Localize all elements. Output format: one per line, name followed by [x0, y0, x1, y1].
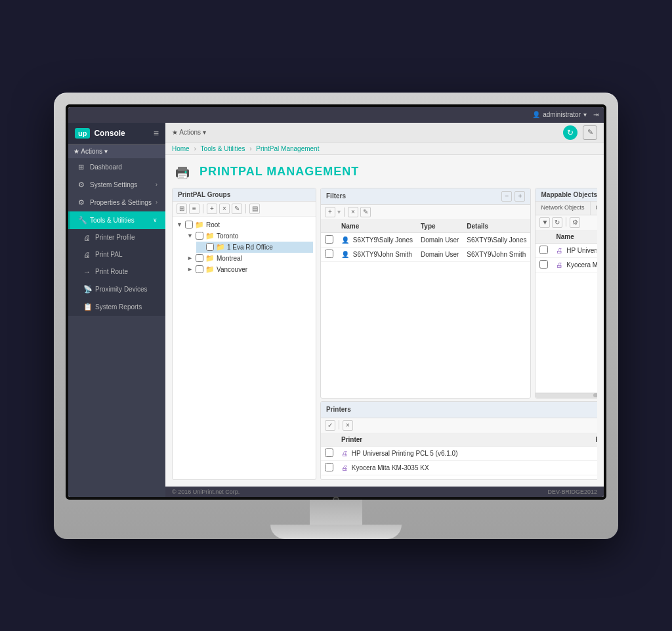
- tree-toggle-vancouver[interactable]: ►: [187, 266, 194, 272]
- sidebar-menu-icon[interactable]: ≡: [154, 128, 159, 139]
- filter-del-btn[interactable]: ×: [348, 207, 358, 217]
- printer-icon-1: 🖨: [556, 261, 562, 269]
- sidebar-item-system-settings[interactable]: ⚙ System Settings ›: [68, 176, 165, 194]
- group-list-btn[interactable]: ≡: [189, 204, 200, 214]
- tree-item-eva-rd[interactable]: 📁 1 Eva Rd Office: [196, 242, 313, 253]
- printer-row-1[interactable]: 🖨 Kyocera Mita KM-3035 KX: [321, 460, 597, 475]
- filter-table: Name Type Details: [321, 220, 530, 398]
- proximity-icon: 📡: [83, 285, 91, 294]
- mappable-toolbar: ▼ ↻ ⚙: [536, 215, 597, 230]
- tab-gateway-printers[interactable]: Gateway Printers: [591, 202, 597, 215]
- mappable-row-0[interactable]: 🖨 HP Universal Printing PCL 5 (v6.1.0): [536, 243, 597, 257]
- filter-name-0: 👤 S6XTY9\Sally Jones: [337, 232, 417, 247]
- user-dropdown-icon[interactable]: ▾: [583, 111, 587, 118]
- sidebar-item-properties[interactable]: ⚙ Properties & Settings ›: [68, 194, 165, 211]
- sidebar-item-dashboard[interactable]: ⊞ Dashboard: [68, 158, 165, 176]
- print-route-icon: →: [83, 268, 91, 276]
- logo-up: up: [75, 128, 90, 139]
- tree-label-toronto: Toronto: [217, 232, 238, 240]
- tree-item-vancouver[interactable]: ► 📁 Vancouver: [186, 264, 313, 275]
- sidebar-actions[interactable]: ★ Actions ▾: [68, 144, 165, 158]
- printer-sm-icon-0: 🖨: [341, 450, 348, 457]
- tree-item-montreal[interactable]: ► 📁 Montreal: [186, 253, 313, 264]
- printer-check-0[interactable]: [325, 448, 333, 457]
- group-table-btn[interactable]: ▤: [249, 204, 260, 214]
- tree-label-root: Root: [206, 221, 220, 228]
- tree-label-eva-rd: 1 Eva Rd Office: [227, 244, 273, 251]
- printers-col-server: Print Serve: [592, 433, 597, 446]
- tree-checkbox-eva-rd[interactable]: [206, 243, 214, 251]
- reports-icon: 📋: [83, 303, 91, 311]
- filter-row-0[interactable]: 👤 S6XTY9\Sally Jones Domain User S6XTY9\…: [321, 232, 530, 247]
- mappable-settings-btn[interactable]: ⚙: [570, 217, 580, 228]
- breadcrumb-home[interactable]: Home: [172, 145, 190, 152]
- breadcrumb-tools[interactable]: Tools & Utilities: [201, 145, 245, 152]
- tree-item-toronto[interactable]: ▼ 📁 Toronto: [186, 230, 313, 242]
- two-col-layout: PrintPAL Groups ⊞ ≡ + × ✎: [172, 188, 597, 480]
- page-title: PRINTPAL MANAGEMENT: [200, 165, 359, 179]
- logout-icon[interactable]: ⇥: [593, 111, 598, 118]
- mappable-row-1[interactable]: 🖨 Kyocera Mita KM-3035 KX: [536, 257, 597, 272]
- sidebar-item-print-pal[interactable]: 🖨 Print PAL: [68, 246, 165, 263]
- filters-toolbar: + ▾ × ✎: [321, 205, 530, 220]
- groups-toolbar: ⊞ ≡ + × ✎ ▤: [173, 202, 316, 217]
- tree-item-root[interactable]: ▼ 📁 Root: [175, 219, 313, 230]
- tree-checkbox-montreal[interactable]: [196, 254, 203, 262]
- sidebar-item-reports[interactable]: 📋 System Reports: [68, 298, 165, 316]
- tree-toggle-root[interactable]: ▼: [177, 221, 183, 228]
- mappable-check-0[interactable]: [539, 246, 548, 254]
- tab-network-objects[interactable]: Network Objects: [536, 202, 590, 215]
- svg-rect-1: [178, 167, 187, 171]
- breadcrumb-sep2: ›: [249, 145, 253, 152]
- filter-row-1[interactable]: 👤 S6XTY9\John Smith Domain User S6XTY9\J…: [321, 247, 530, 261]
- printer-icon-0: 🖨: [556, 247, 562, 254]
- printers-del-btn[interactable]: ×: [343, 420, 353, 431]
- group-plus-btn[interactable]: +: [207, 204, 217, 214]
- filter-type-0: Domain User: [417, 232, 463, 247]
- sidebar-item-tools[interactable]: 🔧 Tools & Utilities ∨: [68, 211, 165, 229]
- filter-check-0[interactable]: [325, 235, 333, 244]
- username-label: administrator: [543, 111, 581, 118]
- mappable-filter-btn[interactable]: ▼: [539, 217, 550, 228]
- printer-name-0: 🖨 HP Universal Printing PCL 5 (v6.1.0): [337, 446, 592, 460]
- filter-check-1[interactable]: [325, 250, 333, 258]
- breadcrumb: Home › Tools & Utilities › PrintPal Mana…: [165, 143, 604, 155]
- actions-btn[interactable]: ★ Actions ▾: [172, 129, 206, 136]
- mappable-check-1[interactable]: [539, 260, 548, 269]
- tree-toggle-toronto[interactable]: ▼: [187, 232, 194, 239]
- user-icon-1: 👤: [341, 251, 349, 258]
- filter-add-btn[interactable]: +: [325, 207, 335, 217]
- properties-icon: ⚙: [78, 198, 86, 207]
- breadcrumb-printpal[interactable]: PrintPal Management: [256, 145, 319, 152]
- refresh-button[interactable]: ↻: [563, 125, 578, 140]
- sidebar-item-print-route[interactable]: → Print Route: [68, 263, 165, 280]
- tree-area: ▼ 📁 Root ▼: [173, 217, 316, 479]
- filter-edit2-btn[interactable]: ✎: [360, 207, 371, 217]
- page-icon: [172, 162, 193, 183]
- tree-checkbox-vancouver[interactable]: [196, 265, 203, 273]
- sidebar-item-proximity[interactable]: 📡 Proximity Devices: [68, 280, 165, 298]
- printers-check-btn[interactable]: ✓: [325, 420, 335, 431]
- filter-collapse-btn[interactable]: −: [501, 191, 512, 202]
- horizontal-scrollbar[interactable]: [536, 393, 597, 398]
- scrollbar-thumb[interactable]: [593, 393, 597, 397]
- tree-checkbox-toronto[interactable]: [196, 232, 203, 240]
- printpal-groups-panel: PrintPAL Groups ⊞ ≡ + × ✎: [172, 188, 316, 480]
- edit-button[interactable]: ✎: [583, 125, 597, 140]
- mappable-name-1: 🖨 Kyocera Mita KM-3035 KX: [552, 257, 597, 272]
- mappable-refresh-btn[interactable]: ↻: [552, 217, 562, 228]
- printer-check-1[interactable]: [325, 463, 333, 471]
- group-add-btn[interactable]: ⊞: [177, 204, 187, 214]
- group-minus-btn[interactable]: ×: [219, 204, 230, 214]
- filter-sep: ▾: [337, 208, 341, 215]
- group-edit-btn[interactable]: ✎: [232, 204, 242, 214]
- printer-name-1: 🖨 Kyocera Mita KM-3035 KX: [337, 460, 592, 475]
- tree-checkbox-root[interactable]: [185, 221, 193, 228]
- mappable-header: Mappable Objects: [536, 188, 597, 202]
- folder-icon-eva-rd: 📁: [216, 243, 225, 251]
- tree-toggle-montreal[interactable]: ►: [187, 255, 194, 261]
- printer-row-0[interactable]: 🖨 HP Universal Printing PCL 5 (v6.1.0): [321, 446, 597, 460]
- filter-expand-btn[interactable]: +: [514, 191, 525, 202]
- dashboard-icon: ⊞: [78, 163, 86, 171]
- sidebar-item-printer-profile[interactable]: 🖨 Printer Profile: [68, 229, 165, 246]
